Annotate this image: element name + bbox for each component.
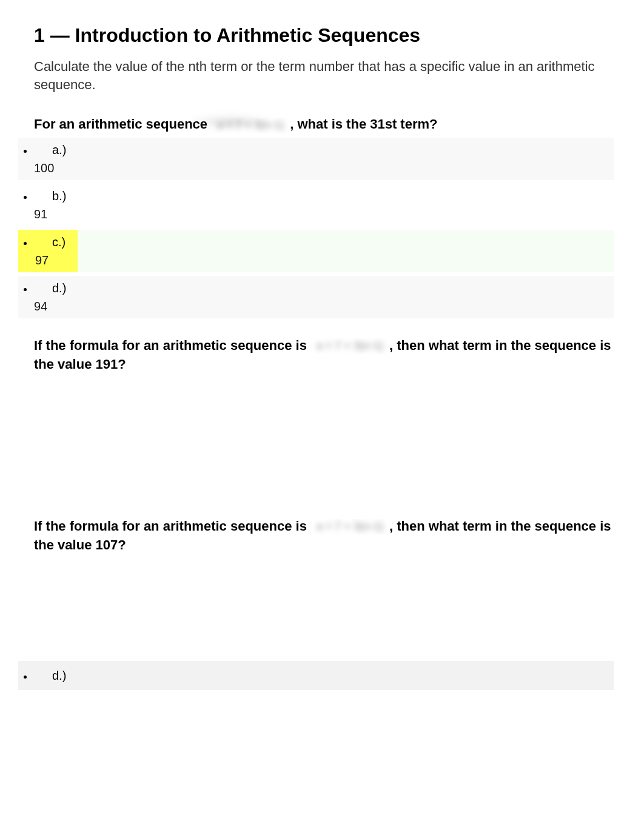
blank-space: [34, 558, 614, 661]
question-1-prompt: For an arithmetic sequence , what is the…: [34, 112, 614, 138]
option-c-value: 97: [34, 252, 50, 269]
question-2-prompt: If the formula for an arithmetic sequenc…: [34, 333, 614, 378]
option-d-value: 94: [34, 298, 614, 315]
question-3-loose-option: d.): [34, 661, 614, 690]
question-3-prompt: If the formula for an arithmetic sequenc…: [34, 514, 614, 558]
question-2: If the formula for an arithmetic sequenc…: [34, 333, 614, 499]
question-1-options: a.) 100 b.) 91 c.) 97 d.) 94: [18, 138, 614, 318]
option-d[interactable]: d.): [34, 661, 614, 690]
option-a-value: 100: [34, 159, 614, 176]
question-1-prompt-before: For an arithmetic sequence: [34, 116, 211, 132]
page-description: Calculate the value of the nth term or t…: [34, 58, 614, 93]
option-b-label: b.): [34, 187, 66, 204]
option-a[interactable]: a.) 100: [34, 138, 614, 180]
option-d-label: d.): [34, 667, 66, 684]
blurred-formula: [310, 519, 389, 535]
page-title: 1 — Introduction to Arithmetic Sequences: [34, 24, 614, 47]
question-1: For an arithmetic sequence , what is the…: [34, 112, 614, 318]
question-3: If the formula for an arithmetic sequenc…: [34, 514, 614, 691]
question-2-prompt-before: If the formula for an arithmetic sequenc…: [34, 338, 310, 353]
option-c-label: c.): [34, 233, 69, 250]
question-3-prompt-before: If the formula for an arithmetic sequenc…: [34, 518, 310, 534]
document-body: 1 — Introduction to Arithmetic Sequences…: [0, 24, 614, 690]
option-d[interactable]: d.) 94: [34, 276, 614, 318]
option-c[interactable]: c.) 97: [34, 230, 614, 272]
blurred-formula: [310, 338, 389, 354]
option-b[interactable]: b.) 91: [34, 184, 614, 226]
blurred-formula: [211, 118, 290, 133]
question-1-prompt-after: , what is the 31st term?: [290, 116, 437, 132]
option-b-value: 91: [34, 206, 614, 223]
blank-space: [34, 378, 614, 499]
option-a-label: a.): [34, 141, 66, 158]
option-d-label: d.): [34, 280, 66, 297]
